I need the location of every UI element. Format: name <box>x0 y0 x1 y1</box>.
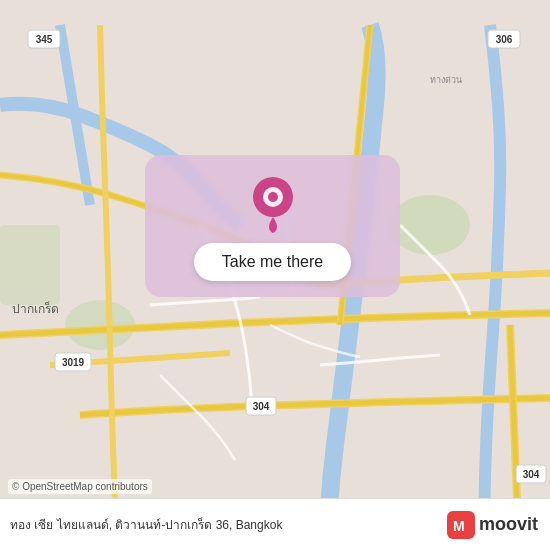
svg-text:ทางด่วน: ทางด่วน <box>430 75 462 85</box>
svg-text:3019: 3019 <box>62 357 85 368</box>
svg-text:306: 306 <box>496 34 513 45</box>
svg-text:345: 345 <box>36 34 53 45</box>
svg-text:304: 304 <box>523 469 540 480</box>
moovit-icon: M <box>447 511 475 539</box>
svg-text:304: 304 <box>253 401 270 412</box>
location-pin-icon <box>249 175 297 233</box>
svg-text:ปากเกร็ด: ปากเกร็ด <box>12 301 59 316</box>
svg-rect-3 <box>0 225 60 305</box>
moovit-logo: M moovit <box>447 511 538 539</box>
bottom-bar: ทอง เซีย ไทยแลนด์, ติวานนท์-ปากเกร็ด 36,… <box>0 498 550 550</box>
copyright-text: © OpenStreetMap contributors <box>8 479 152 494</box>
map-container: 345 306 3019 304 304 ปากเกร็ด ทางด่วน <box>0 0 550 550</box>
moovit-logo-text: moovit <box>479 514 538 535</box>
svg-point-18 <box>268 192 278 202</box>
svg-text:M: M <box>453 518 465 534</box>
popup-card: Take me there <box>145 155 400 297</box>
location-text: ทอง เซีย ไทยแลนด์, ติวานนท์-ปากเกร็ด 36,… <box>10 515 447 534</box>
take-me-there-button[interactable]: Take me there <box>194 243 351 281</box>
